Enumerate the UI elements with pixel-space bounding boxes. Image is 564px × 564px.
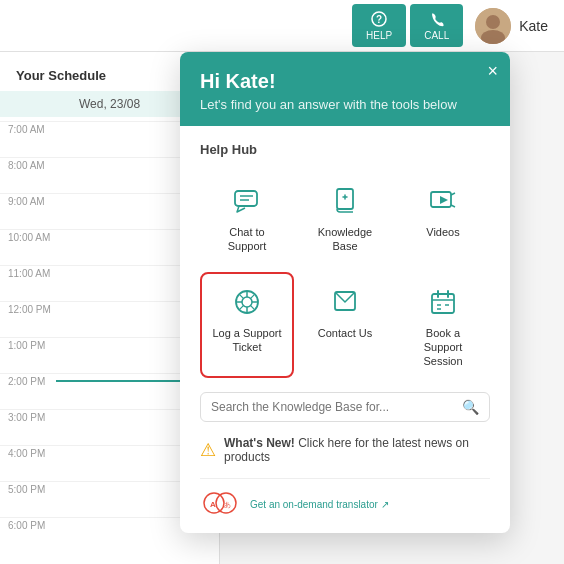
translator-icon: A あ bbox=[200, 489, 240, 517]
svg-text:あ: あ bbox=[224, 501, 231, 509]
help-hub-label: Help Hub bbox=[200, 142, 490, 157]
help-item-knowledge[interactable]: KnowledgeBase bbox=[298, 171, 392, 264]
time-label: 2:00 PM bbox=[8, 374, 56, 387]
book-label: Book aSupportSession bbox=[423, 326, 462, 369]
svg-rect-22 bbox=[432, 294, 454, 313]
call-button[interactable]: CALL bbox=[410, 4, 463, 47]
external-link-icon: ↗ bbox=[381, 499, 389, 510]
svg-line-21 bbox=[239, 305, 243, 309]
time-label: 9:00 AM bbox=[8, 194, 56, 207]
time-label: 1:00 PM bbox=[8, 338, 56, 351]
videos-label: Videos bbox=[426, 225, 459, 239]
popup-header: Hi Kate! Let's find you an answer with t… bbox=[180, 52, 510, 126]
svg-marker-9 bbox=[440, 196, 448, 204]
time-label: 5:00 PM bbox=[8, 482, 56, 495]
time-label: 11:00 AM bbox=[8, 266, 56, 279]
call-label: CALL bbox=[424, 30, 449, 41]
help-item-contact[interactable]: Contact Us bbox=[298, 272, 392, 379]
time-label: 6:00 PM bbox=[8, 518, 56, 531]
time-label: 8:00 AM bbox=[8, 158, 56, 171]
help-grid: Chat toSupport KnowledgeBase bbox=[200, 171, 490, 378]
contact-label: Contact Us bbox=[318, 326, 372, 340]
search-bar: 🔍 bbox=[200, 392, 490, 422]
chat-icon bbox=[229, 183, 265, 219]
help-label: HELP bbox=[366, 30, 392, 41]
book-icon bbox=[425, 284, 461, 320]
ticket-label: Log a SupportTicket bbox=[212, 326, 281, 355]
main-layout: Your Schedule Wed, 23/08 7:00 AM8:00 AM9… bbox=[0, 52, 564, 564]
help-item-book[interactable]: Book aSupportSession bbox=[396, 272, 490, 379]
svg-line-19 bbox=[250, 305, 254, 309]
popup-subtitle: Let's find you an answer with the tools … bbox=[200, 97, 490, 112]
translator-label: Get an on-demand translator bbox=[250, 499, 378, 510]
knowledge-icon bbox=[327, 183, 363, 219]
translator-link[interactable]: Get an on-demand translator ↗ bbox=[250, 496, 389, 511]
svg-point-3 bbox=[486, 15, 500, 29]
popup-body: Help Hub Chat toSupport bbox=[180, 126, 510, 533]
help-item-videos[interactable]: Videos bbox=[396, 171, 490, 264]
nav-icons: ? HELP CALL Kate bbox=[352, 4, 548, 47]
user-avatar-area[interactable]: Kate bbox=[475, 8, 548, 44]
popup-greeting: Hi Kate! bbox=[200, 70, 490, 93]
knowledge-label: KnowledgeBase bbox=[318, 225, 372, 254]
whats-new-icon: ⚠ bbox=[200, 439, 216, 461]
close-button[interactable]: × bbox=[487, 62, 498, 80]
help-item-ticket[interactable]: Log a SupportTicket bbox=[200, 272, 294, 379]
svg-text:?: ? bbox=[376, 14, 382, 25]
svg-rect-5 bbox=[235, 191, 257, 206]
svg-text:A: A bbox=[210, 500, 216, 509]
help-popup: Hi Kate! Let's find you an answer with t… bbox=[180, 52, 510, 533]
translator-row: A あ Get an on-demand translator ↗ bbox=[200, 478, 490, 517]
avatar bbox=[475, 8, 511, 44]
top-nav: ? HELP CALL Kate bbox=[0, 0, 564, 52]
videos-icon bbox=[425, 183, 461, 219]
phone-icon bbox=[428, 10, 446, 28]
svg-line-18 bbox=[239, 294, 243, 298]
time-label: 12:00 PM bbox=[8, 302, 56, 315]
search-icon: 🔍 bbox=[462, 399, 479, 415]
svg-line-11 bbox=[451, 205, 455, 207]
help-button[interactable]: ? HELP bbox=[352, 4, 406, 47]
svg-line-20 bbox=[250, 294, 254, 298]
whats-new-row[interactable]: ⚠ What's New! Click here for the latest … bbox=[200, 432, 490, 468]
chat-label: Chat toSupport bbox=[228, 225, 267, 254]
time-label: 7:00 AM bbox=[8, 122, 56, 135]
contact-icon bbox=[327, 284, 363, 320]
whats-new-text: What's New! Click here for the latest ne… bbox=[224, 436, 490, 464]
time-label: 3:00 PM bbox=[8, 410, 56, 423]
search-input[interactable] bbox=[211, 400, 462, 414]
ticket-icon bbox=[229, 284, 265, 320]
time-label: 10:00 AM bbox=[8, 230, 56, 243]
user-name: Kate bbox=[519, 18, 548, 34]
help-item-chat[interactable]: Chat toSupport bbox=[200, 171, 294, 264]
time-label: 4:00 PM bbox=[8, 446, 56, 459]
whats-new-prefix: What's New! bbox=[224, 436, 295, 450]
help-icon: ? bbox=[370, 10, 388, 28]
